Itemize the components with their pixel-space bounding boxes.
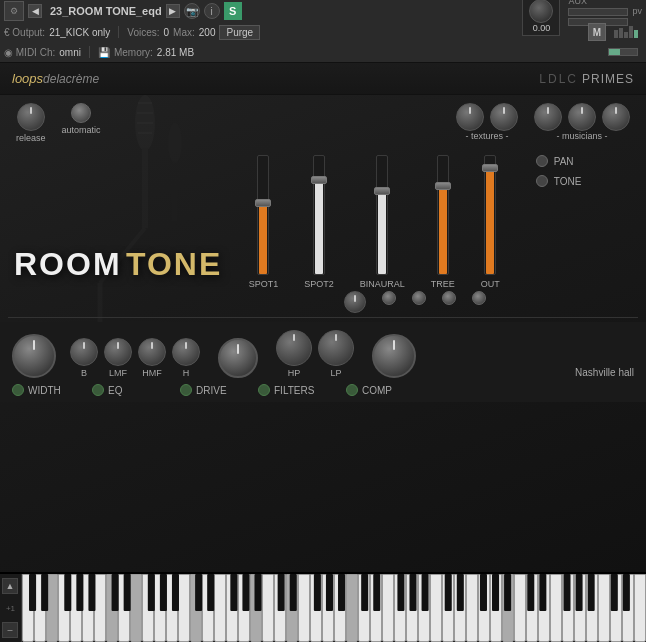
white-key-40[interactable]	[502, 574, 514, 642]
purge-button[interactable]: Purge	[219, 25, 260, 40]
white-key-46[interactable]	[574, 574, 586, 642]
white-key-4[interactable]	[70, 574, 82, 642]
piano-scroll-down[interactable]: –	[2, 622, 18, 638]
fader-thumb-spot2[interactable]	[311, 176, 327, 184]
white-key-49[interactable]	[610, 574, 622, 642]
width-toggle[interactable]	[12, 384, 24, 396]
white-key-20[interactable]	[262, 574, 274, 642]
tune-knob[interactable]	[529, 0, 553, 23]
white-key-44[interactable]	[550, 574, 562, 642]
camera-btn[interactable]: 📷	[184, 3, 200, 19]
white-key-30[interactable]	[382, 574, 394, 642]
white-key-17[interactable]	[226, 574, 238, 642]
white-key-25[interactable]	[322, 574, 334, 642]
fader-thumb-out[interactable]	[482, 164, 498, 172]
white-key-8[interactable]	[118, 574, 130, 642]
white-key-47[interactable]	[586, 574, 598, 642]
eq-hmf-knob[interactable]	[138, 338, 166, 366]
fader-track-spot2[interactable]	[313, 155, 325, 275]
white-key-18[interactable]	[238, 574, 250, 642]
textures-knob-2[interactable]	[490, 103, 518, 131]
tone-toggle[interactable]	[536, 175, 548, 187]
white-key-26[interactable]	[334, 574, 346, 642]
fader-track-tree[interactable]	[437, 155, 449, 275]
white-key-23[interactable]	[298, 574, 310, 642]
white-key-31[interactable]	[394, 574, 406, 642]
white-key-0[interactable]	[22, 574, 34, 642]
eq-b-knob[interactable]	[70, 338, 98, 366]
white-key-34[interactable]	[430, 574, 442, 642]
automatic-toggle[interactable]	[71, 103, 91, 123]
nav-right-btn[interactable]: ▶	[166, 4, 180, 18]
hp-knob[interactable]	[276, 330, 312, 366]
white-key-27[interactable]	[346, 574, 358, 642]
width-knob[interactable]	[12, 334, 56, 378]
musicians-knob-3[interactable]	[602, 103, 630, 131]
white-key-51[interactable]	[634, 574, 646, 642]
white-key-14[interactable]	[190, 574, 202, 642]
fader-track-out[interactable]	[484, 155, 496, 275]
mixer-toggle-2[interactable]	[382, 291, 396, 305]
fader-thumb-binaural[interactable]	[374, 187, 390, 195]
piano-scroll-up[interactable]: ▲	[2, 578, 18, 594]
lp-knob[interactable]	[318, 330, 354, 366]
eq-toggle[interactable]	[92, 384, 104, 396]
eq-h-knob[interactable]	[172, 338, 200, 366]
white-key-43[interactable]	[538, 574, 550, 642]
white-key-24[interactable]	[310, 574, 322, 642]
white-key-2[interactable]	[46, 574, 58, 642]
white-key-35[interactable]	[442, 574, 454, 642]
eq-lmf-knob[interactable]	[104, 338, 132, 366]
white-key-45[interactable]	[562, 574, 574, 642]
white-key-32[interactable]	[406, 574, 418, 642]
white-key-3[interactable]	[58, 574, 70, 642]
white-key-5[interactable]	[82, 574, 94, 642]
white-key-37[interactable]	[466, 574, 478, 642]
white-key-15[interactable]	[202, 574, 214, 642]
white-key-42[interactable]	[526, 574, 538, 642]
nav-left-btn[interactable]: ◀	[28, 4, 42, 18]
white-key-41[interactable]	[514, 574, 526, 642]
white-key-50[interactable]	[622, 574, 634, 642]
textures-knob-1[interactable]	[456, 103, 484, 131]
white-key-29[interactable]	[370, 574, 382, 642]
white-key-11[interactable]	[154, 574, 166, 642]
musicians-knob-2[interactable]	[568, 103, 596, 131]
mixer-toggle-4[interactable]	[442, 291, 456, 305]
white-key-6[interactable]	[94, 574, 106, 642]
drive-toggle[interactable]	[180, 384, 192, 396]
white-key-36[interactable]	[454, 574, 466, 642]
mixer-toggle-3[interactable]	[412, 291, 426, 305]
white-key-7[interactable]	[106, 574, 118, 642]
drive-knob[interactable]	[218, 338, 258, 378]
white-key-16[interactable]	[214, 574, 226, 642]
white-key-12[interactable]	[166, 574, 178, 642]
instrument-icon[interactable]: ⚙	[4, 1, 24, 21]
s-button[interactable]: S	[224, 2, 242, 20]
white-key-48[interactable]	[598, 574, 610, 642]
fader-thumb-spot1[interactable]	[255, 199, 271, 207]
fader-track-binaural[interactable]	[376, 155, 388, 275]
m-button[interactable]: M	[588, 23, 606, 41]
info-btn[interactable]: i	[204, 3, 220, 19]
fader-thumb-tree[interactable]	[435, 182, 451, 190]
fader-track-spot1[interactable]	[257, 155, 269, 275]
white-key-1[interactable]	[34, 574, 46, 642]
white-key-21[interactable]	[274, 574, 286, 642]
mixer-knob-1[interactable]	[344, 291, 366, 313]
white-key-22[interactable]	[286, 574, 298, 642]
white-key-9[interactable]	[130, 574, 142, 642]
white-key-28[interactable]	[358, 574, 370, 642]
pan-toggle[interactable]	[536, 155, 548, 167]
comp-toggle[interactable]	[346, 384, 358, 396]
white-key-19[interactable]	[250, 574, 262, 642]
white-key-38[interactable]	[478, 574, 490, 642]
release-knob[interactable]	[17, 103, 45, 131]
comp-knob[interactable]	[372, 334, 416, 378]
filters-toggle[interactable]	[258, 384, 270, 396]
musicians-knob-1[interactable]	[534, 103, 562, 131]
mixer-toggle-5[interactable]	[472, 291, 486, 305]
white-key-10[interactable]	[142, 574, 154, 642]
white-key-13[interactable]	[178, 574, 190, 642]
white-key-39[interactable]	[490, 574, 502, 642]
